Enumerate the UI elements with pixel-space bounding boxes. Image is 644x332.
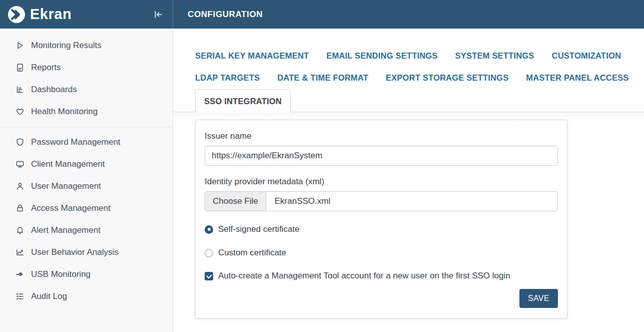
app-window: Ekran CONFIGURATION Monitoring ResultsRe… — [0, 0, 644, 332]
tab-system-settings[interactable]: SYSTEM SETTINGS — [455, 51, 534, 61]
tab-row-2: LDAP TARGETSDATE & TIME FORMATEXPORT STO… — [195, 67, 644, 89]
tab-date-time-format[interactable]: DATE & TIME FORMAT — [277, 73, 368, 83]
certificate-options: Self-signed certificateCustom certificat… — [205, 224, 558, 258]
checklist-icon — [16, 292, 25, 301]
sidebar-item-label: Password Management — [31, 137, 121, 147]
auto-create-option[interactable]: Auto-create a Management Tool account fo… — [205, 271, 558, 281]
body: Monitoring ResultsReportsDashboardsHealt… — [0, 29, 644, 332]
sso-settings-card: Issuer name Identity provider metadata (… — [195, 120, 567, 318]
sidebar-item-usb-monitoring[interactable]: USB Monitoring — [0, 263, 173, 285]
sidebar: Monitoring ResultsReportsDashboardsHealt… — [0, 29, 173, 332]
tab-customization[interactable]: CUSTOMIZATION — [552, 51, 621, 61]
report-document-icon — [16, 63, 25, 72]
save-row: SAVE — [205, 289, 558, 308]
choose-file-button[interactable]: Choose File — [205, 192, 266, 211]
configuration-tabs: SERIAL KEY MANAGEMENTEMAIL SENDING SETTI… — [173, 45, 644, 89]
metadata-file-input[interactable]: Choose File EkranSSO.xml — [205, 191, 558, 211]
metadata-label: Identity provider metadata (xml) — [205, 177, 558, 187]
sidebar-item-user-management[interactable]: User Management — [0, 175, 173, 197]
usb-icon — [16, 270, 25, 279]
page-title: CONFIGURATION — [188, 0, 263, 29]
shield-icon — [16, 138, 25, 147]
bar-chart-icon — [16, 85, 25, 94]
radio-custom-certificate[interactable] — [205, 249, 213, 257]
ekran-logo-icon — [7, 5, 26, 24]
lock-icon — [16, 204, 25, 213]
issuer-name-input[interactable] — [205, 146, 558, 166]
sidebar-item-label: USB Monitoring — [31, 269, 91, 279]
sidebar-item-label: User Behavior Analysis — [31, 247, 119, 257]
play-icon — [16, 41, 25, 50]
heart-icon — [16, 107, 25, 116]
sidebar-header: Ekran — [0, 0, 173, 29]
tab-serial-key-management[interactable]: SERIAL KEY MANAGEMENT — [195, 51, 309, 61]
sidebar-group-2: Password ManagementClient ManagementUser… — [0, 127, 173, 307]
sidebar-item-user-behavior-analysis[interactable]: User Behavior Analysis — [0, 241, 173, 263]
sidebar-item-label: Monitoring Results — [31, 41, 102, 51]
sidebar-item-label: Reports — [31, 63, 61, 73]
main-content: SERIAL KEY MANAGEMENTEMAIL SENDING SETTI… — [173, 29, 644, 332]
selected-file-name: EkranSSO.xml — [266, 192, 330, 211]
sidebar-item-reports[interactable]: Reports — [0, 57, 173, 79]
sidebar-item-alert-management[interactable]: Alert Management — [0, 219, 173, 241]
user-icon — [16, 182, 25, 191]
line-chart-icon — [16, 248, 25, 257]
active-tab-row: SSO INTEGRATION — [173, 89, 644, 112]
auto-create-label: Auto-create a Management Tool account fo… — [218, 271, 510, 281]
sidebar-item-label: Health Monitoring — [31, 107, 98, 117]
auto-create-checkbox[interactable] — [205, 272, 213, 280]
sidebar-item-dashboards[interactable]: Dashboards — [0, 79, 173, 101]
sidebar-item-health-monitoring[interactable]: Health Monitoring — [0, 101, 173, 123]
radio-option-self-signed-certificate[interactable]: Self-signed certificate — [205, 224, 558, 234]
sidebar-item-access-management[interactable]: Access Management — [0, 197, 173, 219]
sidebar-item-label: Access Management — [31, 203, 111, 213]
brand-name: Ekran — [30, 6, 72, 23]
bell-icon — [16, 226, 25, 235]
sidebar-group-1: Monitoring ResultsReportsDashboardsHealt… — [0, 35, 173, 123]
sidebar-item-label: User Management — [31, 181, 101, 191]
sidebar-item-password-management[interactable]: Password Management — [0, 131, 173, 153]
tab-panel-top-shade — [173, 112, 644, 120]
radio-option-custom-certificate[interactable]: Custom certificate — [205, 248, 558, 258]
sidebar-item-label: Client Management — [31, 159, 105, 169]
collapse-sidebar-icon[interactable] — [152, 8, 165, 21]
tab-master-panel-access[interactable]: MASTER PANEL ACCESS — [526, 73, 628, 83]
tab-sso-integration[interactable]: SSO INTEGRATION — [195, 89, 291, 113]
radio-self-signed-certificate[interactable] — [205, 225, 213, 234]
sidebar-item-label: Alert Management — [31, 225, 101, 235]
sidebar-item-label: Dashboards — [31, 85, 77, 95]
tab-ldap-targets[interactable]: LDAP TARGETS — [195, 73, 260, 83]
radio-label: Custom certificate — [218, 248, 286, 258]
tab-export-storage-settings[interactable]: EXPORT STORAGE SETTINGS — [386, 73, 508, 83]
tab-email-sending-settings[interactable]: EMAIL SENDING SETTINGS — [326, 51, 437, 61]
top-header: Ekran CONFIGURATION — [0, 0, 644, 29]
sidebar-item-audit-log[interactable]: Audit Log — [0, 285, 173, 307]
monitor-icon — [16, 160, 25, 169]
tab-row-1: SERIAL KEY MANAGEMENTEMAIL SENDING SETTI… — [195, 45, 644, 67]
sidebar-item-label: Audit Log — [31, 291, 67, 301]
sidebar-item-client-management[interactable]: Client Management — [0, 153, 173, 175]
sidebar-item-monitoring-results[interactable]: Monitoring Results — [0, 35, 173, 57]
save-button[interactable]: SAVE — [519, 289, 558, 308]
issuer-name-label: Issuer name — [205, 131, 558, 141]
radio-label: Self-signed certificate — [218, 224, 300, 234]
